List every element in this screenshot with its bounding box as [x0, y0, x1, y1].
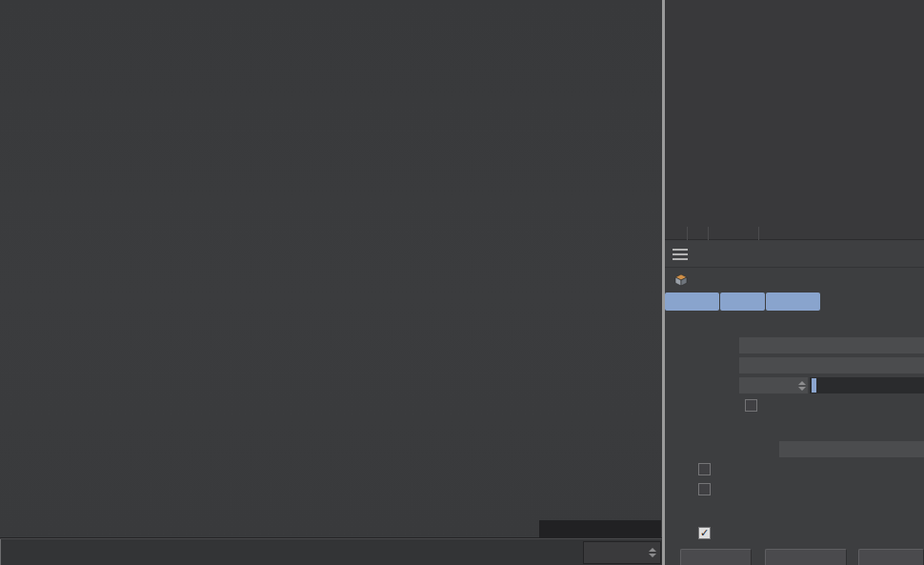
break-miter-checkbox[interactable] — [698, 483, 711, 495]
apply-button[interactable] — [680, 549, 752, 565]
offset-slider-handle[interactable] — [812, 378, 816, 393]
miter-dropdown[interactable] — [779, 441, 924, 457]
bevel-tool-icon — [673, 272, 690, 288]
tool-attributes: ✓ — [665, 314, 924, 565]
tool-buttons-row — [665, 549, 924, 565]
frame-number-field[interactable] — [583, 541, 661, 564]
bevel-mode-dropdown[interactable] — [739, 337, 924, 353]
offset-mode-row — [665, 355, 924, 375]
realtime-row: ✓ — [665, 523, 924, 543]
tab-separator — [758, 227, 759, 240]
tab-tool[interactable] — [766, 293, 820, 311]
offset-mode-dropdown[interactable] — [739, 357, 924, 373]
section-tool[interactable] — [665, 502, 924, 520]
active-tool-row — [665, 268, 924, 293]
3d-viewport[interactable] — [0, 0, 664, 538]
watermark — [751, 521, 757, 555]
tab-tool-options[interactable] — [665, 293, 719, 311]
panel-empty-area — [665, 0, 924, 240]
reset-values-button[interactable] — [858, 549, 924, 565]
attribute-menubar — [665, 241, 924, 268]
timeline-playhead[interactable] — [0, 539, 1, 565]
tool-tabs — [665, 293, 820, 311]
section-tool-options[interactable] — [665, 314, 924, 333]
limit-row — [665, 395, 924, 415]
offset-row — [665, 375, 924, 395]
break-round-checkbox[interactable] — [698, 463, 711, 475]
hamburger-menu-icon[interactable] — [673, 249, 688, 260]
viewport-canvas[interactable] — [0, 0, 664, 538]
offset-input[interactable] — [739, 377, 808, 393]
offset-slider-track[interactable] — [810, 377, 924, 393]
bevel-mode-row — [665, 335, 924, 355]
limit-checkbox[interactable] — [745, 399, 757, 412]
section-topology[interactable] — [665, 418, 924, 436]
application-window: ✓ — [0, 0, 924, 565]
break-round-row — [665, 459, 924, 479]
timeline-ruler[interactable] — [0, 538, 662, 565]
realtime-checkbox[interactable]: ✓ — [698, 527, 711, 539]
tab-topology[interactable] — [720, 293, 765, 311]
miter-row — [665, 439, 924, 459]
break-miter-row — [665, 479, 924, 499]
new-transform-button[interactable] — [765, 549, 847, 565]
tab-separator — [708, 227, 709, 240]
frame-spinner[interactable] — [649, 548, 656, 557]
tab-separator — [687, 227, 688, 240]
offset-spinner[interactable] — [798, 381, 806, 391]
attribute-manager-panel: ✓ — [665, 0, 924, 565]
